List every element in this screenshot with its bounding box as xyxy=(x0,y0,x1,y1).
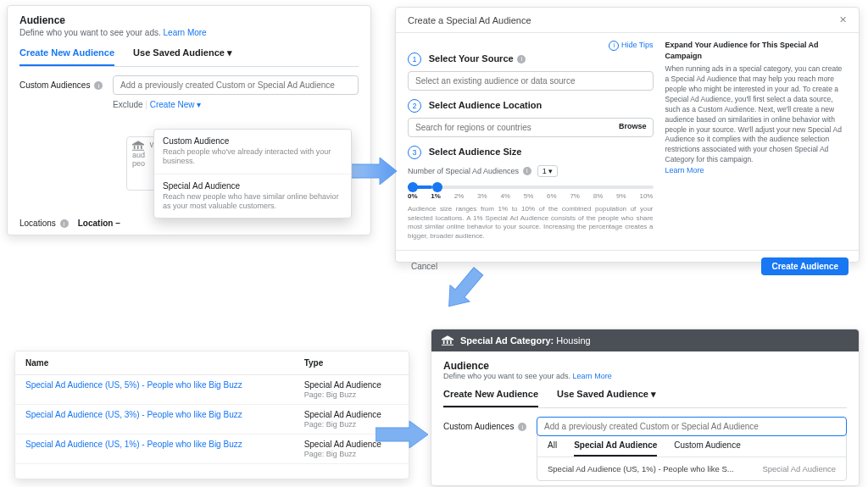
create-special-ad-audience-modal: Create a Special Ad Audience ✕ i Hide Ti… xyxy=(395,7,860,263)
locations-label: Locations xyxy=(19,219,56,228)
slider-thumb[interactable] xyxy=(408,182,418,192)
tab-use-saved-audience[interactable]: Use Saved Audience ▾ xyxy=(557,389,656,407)
audience-name-link[interactable]: Special Ad Audience (US, 1%) - People wh… xyxy=(25,440,242,449)
tab-create-new-audience[interactable]: Create New Audience xyxy=(443,389,538,407)
tips-sidebar: Expand Your Audience for This Special Ad… xyxy=(665,40,847,250)
bank-icon xyxy=(132,141,144,151)
table-row[interactable]: Special Ad Audience (US, 1%) - People wh… xyxy=(15,434,409,464)
tab-use-saved-audience[interactable]: Use Saved Audience ▾ xyxy=(133,47,232,66)
wh-line3: peo xyxy=(132,159,145,168)
custom-audience-input[interactable] xyxy=(537,417,847,436)
audience-type: Special Ad Audience xyxy=(304,380,381,390)
audience-type: Special Ad Audience xyxy=(304,410,381,419)
tab-use-saved-label: Use Saved Audience xyxy=(557,389,648,399)
tick: 8% xyxy=(593,192,604,200)
locations-row: Locations i Location – xyxy=(19,219,120,228)
tick: 0% xyxy=(408,192,418,200)
tick: 9% xyxy=(616,192,626,200)
step-2-title: Select Audience Location xyxy=(429,100,542,110)
bar-label: Special Ad Category: xyxy=(460,335,554,346)
info-icon[interactable]: i xyxy=(523,167,531,175)
audience-name-link[interactable]: Special Ad Audience (US, 3%) - People wh… xyxy=(25,410,242,419)
browse-button[interactable]: Browse xyxy=(619,122,647,130)
custom-audience-input[interactable] xyxy=(113,75,359,95)
audience-table-panel: Name Type Special Ad Audience (US, 5%) -… xyxy=(14,351,409,479)
info-icon[interactable]: i xyxy=(60,219,69,228)
table-row[interactable]: Special Ad Audience (US, 3%) - People wh… xyxy=(15,405,409,434)
tick: 3% xyxy=(477,192,487,200)
slider-thumb[interactable] xyxy=(432,182,442,192)
learn-more-link[interactable]: Learn More xyxy=(573,372,612,380)
audience-size-help: Audience size ranges from 1% to 10% of t… xyxy=(408,205,654,241)
cancel-button[interactable]: Cancel xyxy=(406,257,442,275)
table-row[interactable]: Special Ad Audience (US, 5%) - People wh… xyxy=(15,375,409,405)
audience-tabs: Create New Audience Use Saved Audience ▾ xyxy=(443,389,847,408)
tab-use-saved-label: Use Saved Audience xyxy=(133,47,225,58)
audience-subtitle: Define who you want to see your ads. Lea… xyxy=(443,372,847,380)
col-name[interactable]: Name xyxy=(15,351,294,375)
info-icon[interactable]: i xyxy=(517,55,526,64)
audience-title: Audience xyxy=(19,14,359,26)
step-1-title: Select Your Source xyxy=(429,53,514,64)
step-3-title: Select Audience Size xyxy=(429,147,522,157)
wh-line2: aud xyxy=(132,151,145,159)
exclude-link[interactable]: Exclude xyxy=(113,100,143,109)
modal-steps: i Hide Tips 1 Select Your Source i 2 Sel… xyxy=(408,40,654,250)
modal-footer: Cancel Create Audience xyxy=(396,250,859,282)
caret-down-icon: ▾ xyxy=(197,100,201,109)
audience-panel: Audience Define who you want to see your… xyxy=(7,5,371,235)
modal-title: Create a Special Ad Audience xyxy=(408,15,531,25)
tick: 4% xyxy=(500,192,510,200)
audience-subtitle-text: Define who you want to see your ads. xyxy=(19,28,161,37)
audience-tabs: Create New Audience Use Saved Audience ▾ xyxy=(19,47,359,67)
menu-item-custom-audience[interactable]: Custom Audience Reach people who've alre… xyxy=(154,130,351,174)
special-ad-category-panel: Special Ad Category: Housing Audience De… xyxy=(431,329,860,486)
custom-audiences-label: Custom Audiences i xyxy=(443,422,537,431)
create-audience-button[interactable]: Create Audience xyxy=(761,257,849,275)
suggestion-tab-all[interactable]: All xyxy=(548,440,557,457)
special-ad-category-bar: Special Ad Category: Housing xyxy=(431,329,859,351)
custom-audiences-row: Custom Audiences i xyxy=(19,75,359,95)
custom-audiences-label-text: Custom Audiences xyxy=(19,80,90,90)
hide-tips-link[interactable]: i Hide Tips xyxy=(609,41,653,49)
menu-item-subtitle: Reach new people who have similar online… xyxy=(163,192,342,212)
audience-subtype: Page: Big Buzz xyxy=(304,390,398,399)
suggestion-tab-special[interactable]: Special Ad Audience xyxy=(574,440,657,457)
modal-header: Create a Special Ad Audience ✕ xyxy=(396,8,859,33)
audience-size-label: Number of Special Ad Audiences xyxy=(408,167,519,175)
slider-ticks: 0% 1% 2% 3% 4% 5% 6% 7% 8% 9% 10% xyxy=(408,192,654,200)
tick: 2% xyxy=(454,192,465,200)
step-1: 1 Select Your Source i xyxy=(408,53,654,91)
suggestion-tab-custom[interactable]: Custom Audience xyxy=(674,440,740,457)
menu-item-special-ad-audience[interactable]: Special Ad Audience Reach new people who… xyxy=(154,174,351,219)
audience-size-slider[interactable] xyxy=(408,185,654,189)
tick: 5% xyxy=(524,192,534,200)
learn-more-link[interactable]: Learn More xyxy=(164,28,207,37)
create-new-dropdown[interactable]: Create New ▾ xyxy=(150,100,202,109)
source-input[interactable] xyxy=(408,71,654,91)
suggestion-name: Special Ad Audience (US, 1%) - People wh… xyxy=(548,464,734,473)
learn-more-link[interactable]: Learn More xyxy=(665,166,704,174)
location-input[interactable] xyxy=(408,118,654,137)
tips-body: When running ads in a special category, … xyxy=(665,64,847,165)
step-number-icon: 1 xyxy=(408,53,421,66)
menu-item-subtitle: Reach people who've already interacted w… xyxy=(163,147,342,167)
custom-audiences-label: Custom Audiences i xyxy=(19,80,113,90)
custom-audiences-row: Custom Audiences i xyxy=(443,417,847,436)
close-icon[interactable]: ✕ xyxy=(839,14,847,25)
col-type[interactable]: Type xyxy=(294,351,409,375)
menu-item-title: Custom Audience xyxy=(163,136,342,146)
step-3: 3 Select Audience Size Number of Special… xyxy=(408,146,654,242)
audience-name-link[interactable]: Special Ad Audience (US, 5%) - People wh… xyxy=(25,380,242,390)
tab-create-new-audience[interactable]: Create New Audience xyxy=(19,47,114,66)
exclude-row: Exclude | Create New ▾ xyxy=(113,100,359,109)
step-number-icon: 3 xyxy=(408,146,421,159)
info-icon[interactable]: i xyxy=(94,81,103,90)
info-icon[interactable]: i xyxy=(518,423,526,431)
suggestion-option[interactable]: Special Ad Audience (US, 1%) - People wh… xyxy=(537,457,846,480)
audience-count-select[interactable]: 1 ▾ xyxy=(537,165,559,177)
audience-suggestions-dropdown: All Special Ad Audience Custom Audience … xyxy=(537,434,847,481)
audience-subtitle: Define who you want to see your ads. Lea… xyxy=(19,28,359,37)
tick: 7% xyxy=(570,192,580,200)
suggestion-tabs: All Special Ad Audience Custom Audience xyxy=(537,435,846,457)
